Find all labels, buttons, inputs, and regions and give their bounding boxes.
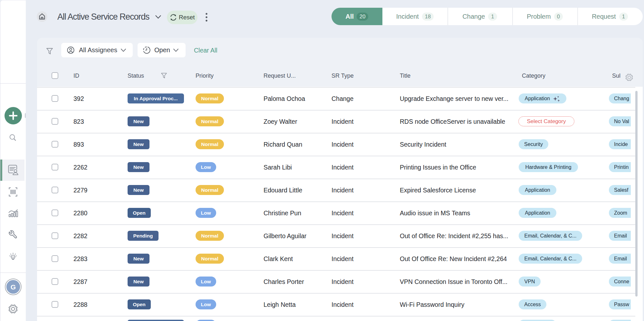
svg-text:G: G	[11, 283, 16, 291]
